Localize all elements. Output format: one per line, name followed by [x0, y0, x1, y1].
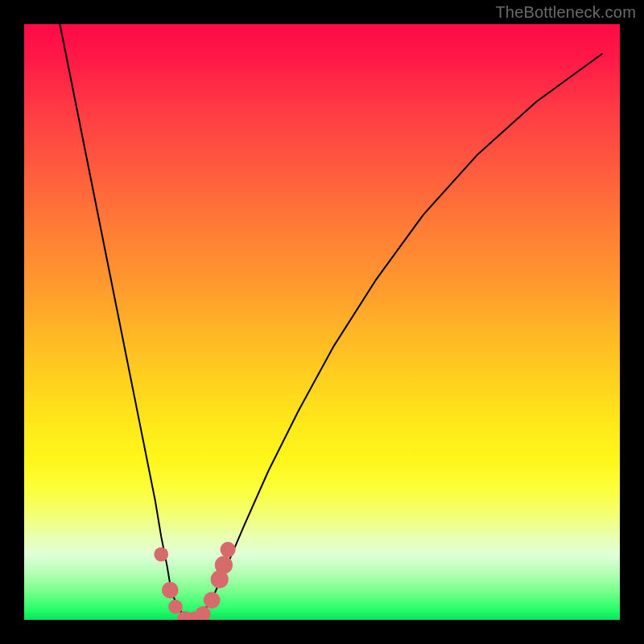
marker-dot: [215, 556, 233, 574]
marker-dot: [168, 600, 183, 614]
marker-dot: [220, 542, 235, 557]
curve-right-branch: [191, 54, 602, 620]
curve-left-branch: [60, 24, 191, 620]
marker-dot: [162, 582, 179, 599]
marker-dot: [195, 606, 210, 620]
marker-dot: [154, 547, 168, 562]
watermark-text: TheBottleneck.com: [495, 3, 636, 22]
marker-dot: [204, 592, 221, 609]
bottleneck-curve: [24, 24, 620, 620]
chart-frame: TheBottleneck.com: [0, 0, 644, 644]
plot-area: [24, 24, 620, 620]
